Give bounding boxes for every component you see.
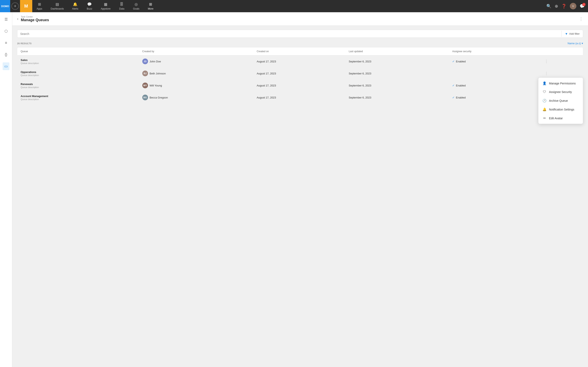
menu-item-edit-avatar[interactable]: ✏ Edit Avatar — [538, 114, 583, 123]
creator-avatar: JD — [142, 58, 148, 64]
row-action-cell[interactable]: ⋮ — [540, 55, 583, 67]
appstore-icon: ▦ — [104, 2, 107, 7]
nav-item-goals[interactable]: ◎ Goals — [129, 0, 143, 12]
check-icon: ✓ — [452, 96, 455, 99]
dashboards-icon: ▤ — [56, 2, 59, 7]
last-updated-cell: September 6, 2023 — [346, 55, 449, 67]
search-icon[interactable]: 🔍 — [546, 4, 552, 8]
archive-queue-icon: 🕐 — [543, 99, 546, 103]
context-menu: 👤 Manage Permissions 🛡 Assignee Security… — [538, 77, 583, 124]
creator-cell: WY Will Young — [139, 80, 254, 92]
page-header: ‹ Task Center Manage Queues ⋮ — [12, 12, 588, 26]
data-icon: 🗄 — [120, 2, 123, 7]
row-menu-button[interactable]: ⋮ — [544, 58, 549, 64]
created-on-cell: August 17, 2023 — [253, 55, 346, 67]
check-icon: ✓ — [452, 84, 455, 87]
results-count: 26 RESULTS — [17, 42, 32, 45]
menu-item-label: Archive Queue — [549, 99, 568, 102]
user-avatar[interactable]: U — [570, 3, 576, 9]
queue-description: Queue description — [21, 86, 136, 89]
filter-label: Add filter — [569, 32, 580, 35]
menu-item-label: Edit Avatar — [549, 117, 563, 120]
left-sidebar: ☰ ⬡ ≡ {} ▭ — [0, 12, 12, 367]
menu-item-assignee-security[interactable]: 🛡 Assignee Security — [538, 88, 583, 96]
table-container: Queue Created by Created on Last updated… — [12, 47, 588, 367]
queue-name-cell: Sales Queue description — [17, 55, 139, 67]
nav-item-data[interactable]: 🗄 Data — [114, 0, 129, 12]
header-menu-button[interactable]: ⋮ — [579, 17, 583, 21]
queue-name-cell: Renewals Queue description — [17, 80, 139, 92]
plus-circle-icon[interactable]: ⊕ — [555, 4, 558, 8]
col-actions — [540, 48, 583, 55]
table-row: Renewals Queue description WY Will Young… — [17, 80, 583, 92]
nav-item-apps[interactable]: ⊞ Apps — [32, 0, 47, 12]
creator-name: Becca Gregson — [150, 96, 168, 99]
table-row: Account Management Queue description BG … — [17, 92, 583, 104]
enabled-label: Enabled — [456, 84, 466, 87]
table-row: Sales Queue description JD John Doe Augu… — [17, 55, 583, 67]
sidebar-menu-icon[interactable]: ☰ — [3, 16, 9, 23]
menu-item-archive-queue[interactable]: 🕐 Archive Queue — [538, 96, 583, 105]
nav-item-more[interactable]: ⊞ More — [144, 0, 158, 12]
sidebar-tablet-icon[interactable]: ▭ — [3, 62, 9, 70]
creator-name: Will Young — [150, 84, 162, 87]
queue-description: Queue description — [21, 62, 136, 64]
domo-logo[interactable]: DOMO — [0, 0, 10, 12]
nav-label-dashboards: Dashboards — [51, 7, 64, 10]
menu-item-label: Manage Permissions — [549, 82, 576, 85]
nav-item-appstore[interactable]: ▦ Appstore — [96, 0, 114, 12]
queue-name: Account Management — [21, 95, 136, 98]
results-bar: 26 RESULTS Name (a-z) ▾ — [12, 40, 588, 47]
content-area: ‹ Task Center Manage Queues ⋮ ▼ Add filt… — [12, 12, 588, 367]
top-nav: DOMO + M ⊞ Apps ▤ Dashboards 🔔 Alerts 💬 … — [0, 0, 588, 12]
breadcrumb-area: Task Center Manage Queues — [21, 16, 579, 22]
nav-right: 🔍 ⊕ ❓ U 💬 2 — [546, 3, 588, 9]
add-button[interactable]: + — [11, 2, 19, 10]
assignee-security-cell: ✓Enabled — [449, 92, 540, 104]
col-assignee-security: Assignee security — [449, 48, 540, 55]
menu-item-manage-permissions[interactable]: 👤 Manage Permissions — [538, 79, 583, 88]
queue-description: Queue description — [21, 98, 136, 100]
menu-item-notification-settings[interactable]: 🔔 Notification Settings — [538, 105, 583, 114]
sort-button[interactable]: Name (a-z) ▾ — [568, 42, 583, 45]
nav-label-more: More — [148, 7, 153, 10]
domo-logo-text: DOMO — [1, 5, 9, 8]
sort-label: Name (a-z) — [568, 42, 581, 45]
notifications-button[interactable]: 💬 2 — [580, 4, 585, 8]
enabled-label: Enabled — [456, 60, 466, 63]
add-filter-button[interactable]: ▼ Add filter — [562, 30, 583, 38]
more-icon: ⊞ — [149, 2, 152, 7]
col-created-by: Created by — [139, 48, 254, 55]
nav-item-alerts[interactable]: 🔔 Alerts — [68, 0, 82, 12]
sidebar-code-icon[interactable]: {} — [3, 51, 9, 58]
nav-label-apps: Apps — [36, 7, 42, 10]
help-icon[interactable]: ❓ — [562, 4, 567, 8]
nav-item-buzz[interactable]: 💬 Buzz — [82, 0, 96, 12]
main-layout: ☰ ⬡ ≡ {} ▭ ‹ Task Center Manage Queues ⋮… — [0, 12, 588, 367]
queue-name: Renewals — [21, 83, 136, 86]
assignee-security-cell — [449, 67, 540, 80]
search-input[interactable] — [17, 30, 562, 38]
row-menu-button[interactable]: ⋮ — [544, 70, 549, 76]
assignee-security-cell: ✓Enabled — [449, 80, 540, 92]
creator-avatar: BG — [142, 95, 148, 100]
queues-table: Queue Created by Created on Last updated… — [17, 47, 583, 104]
breadcrumb: Task Center — [21, 16, 579, 18]
sidebar-network-icon[interactable]: ⬡ — [3, 27, 9, 35]
nav-item-dashboards[interactable]: ▤ Dashboards — [47, 0, 68, 12]
sort-chevron-icon: ▾ — [582, 42, 583, 45]
search-bar: ▼ Add filter — [17, 30, 583, 38]
sidebar-list-icon[interactable]: ≡ — [3, 39, 9, 47]
nav-label-goals: Goals — [133, 7, 139, 10]
nav-label-buzz: Buzz — [87, 7, 92, 10]
m-logo-text: M — [24, 3, 28, 9]
creator-cell: BJ Beth Johnson — [139, 67, 254, 80]
m-logo[interactable]: M — [20, 0, 32, 12]
table-row: Opperations Queue description BJ Beth Jo… — [17, 67, 583, 80]
creator-cell: BG Becca Gregson — [139, 92, 254, 104]
notification-badge: 2 — [582, 3, 586, 6]
back-button[interactable]: ‹ — [17, 17, 18, 21]
nav-label-alerts: Alerts — [72, 7, 78, 10]
menu-item-label: Assignee Security — [549, 90, 572, 94]
creator-avatar: WY — [142, 83, 148, 88]
